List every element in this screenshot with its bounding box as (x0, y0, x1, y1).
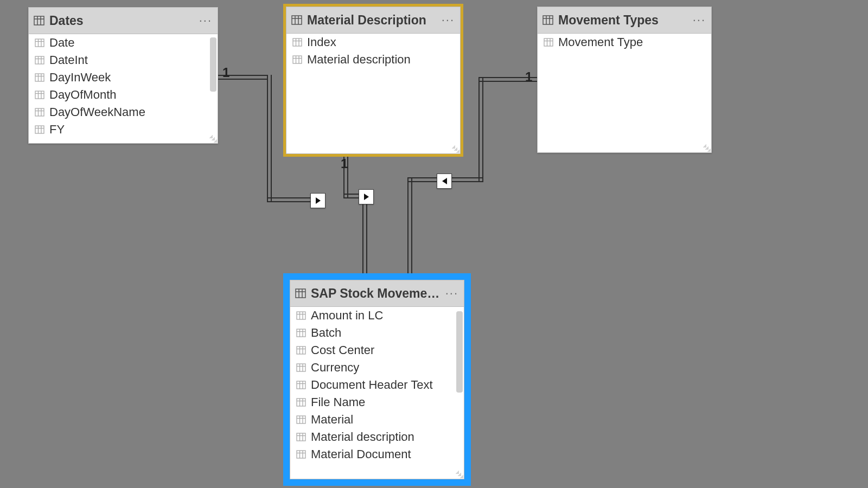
table-material-title: Material Description (307, 13, 441, 28)
column-icon (296, 363, 307, 373)
column-icon (296, 415, 307, 425)
table-sap-stock-movements[interactable]: SAP Stock Movements ··· Amount in LCBatc… (290, 280, 464, 479)
column-icon (296, 328, 307, 338)
field-name: DayInWeek (49, 70, 111, 85)
field-row[interactable]: DayOfWeekName (29, 104, 218, 121)
svg-rect-67 (297, 364, 305, 371)
rel-dates-sap-seg2[interactable] (267, 75, 268, 201)
svg-rect-23 (35, 108, 44, 116)
svg-rect-47 (544, 38, 553, 46)
field-name: Index (307, 35, 336, 49)
rel-mov-card-one: 1 (525, 69, 532, 85)
svg-rect-31 (292, 16, 302, 24)
table-material-more-icon[interactable]: ··· (441, 17, 456, 23)
scrollbar-thumb[interactable] (456, 311, 463, 393)
field-row[interactable]: Material description (290, 428, 464, 446)
svg-rect-43 (543, 16, 553, 24)
svg-marker-1 (364, 194, 369, 200)
column-icon (34, 38, 45, 48)
column-icon (34, 55, 45, 65)
field-row[interactable]: DateInt (29, 52, 218, 69)
svg-rect-39 (293, 56, 302, 63)
svg-rect-11 (35, 56, 44, 64)
svg-rect-87 (297, 451, 305, 458)
resize-grip[interactable] (452, 145, 459, 153)
field-name: Batch (311, 326, 341, 340)
field-row[interactable]: Amount in LC (290, 307, 464, 324)
column-icon (296, 380, 307, 390)
column-icon (34, 125, 45, 134)
table-icon (33, 15, 45, 26)
field-row[interactable]: FY (29, 121, 218, 138)
table-material-field-list[interactable]: IndexMaterial description (286, 34, 460, 153)
field-row[interactable]: Movement Type (538, 34, 711, 51)
field-row[interactable]: DayInWeek (29, 69, 218, 86)
svg-rect-59 (297, 329, 305, 337)
svg-rect-15 (35, 74, 44, 81)
field-row[interactable]: Material description (286, 51, 460, 68)
svg-rect-83 (297, 433, 305, 441)
rel-mov-sap-seg4[interactable] (407, 177, 409, 275)
resize-grip[interactable] (703, 144, 711, 152)
table-movement-title: Movement Types (558, 13, 692, 28)
table-dates-more-icon[interactable]: ··· (198, 18, 213, 23)
field-name: File Name (311, 395, 365, 409)
field-row[interactable]: Material (290, 411, 464, 428)
table-movement-header[interactable]: Movement Types ··· (538, 7, 711, 34)
field-name: DateInt (49, 53, 88, 67)
model-canvas[interactable]: 1 1 1 Dates ··· DateDateIntD (0, 0, 868, 488)
table-movement-types[interactable]: Movement Types ··· Movement Type (537, 7, 712, 153)
field-name: Material description (311, 430, 414, 444)
table-material-header[interactable]: Material Description ··· (286, 7, 460, 34)
table-icon (542, 15, 554, 25)
field-row[interactable]: Cost Center (290, 342, 464, 359)
column-icon (296, 432, 307, 442)
field-name: Document Header Text (311, 378, 433, 392)
table-dates-header[interactable]: Dates ··· (29, 8, 218, 34)
column-icon (292, 55, 303, 65)
rel-material-arrow[interactable] (359, 189, 374, 204)
svg-rect-27 (35, 126, 44, 133)
field-row[interactable]: Batch (290, 324, 464, 342)
column-icon (296, 450, 307, 459)
field-row[interactable]: Document Header Text (290, 376, 464, 394)
rel-dates-arrow[interactable] (310, 193, 326, 208)
field-row[interactable]: Date (29, 34, 218, 52)
table-movement-field-list[interactable]: Movement Type (538, 34, 711, 152)
field-row[interactable]: DayOfMonth (29, 86, 218, 104)
field-name: DayOfWeekName (49, 105, 145, 119)
table-material-description[interactable]: Material Description ··· IndexMaterial d… (286, 7, 461, 154)
column-icon (543, 37, 554, 47)
svg-rect-3 (34, 16, 44, 25)
field-name: FY (49, 123, 65, 137)
svg-marker-2 (442, 178, 447, 184)
rel-mov-arrow[interactable] (437, 174, 452, 189)
field-name: DayOfMonth (49, 88, 117, 102)
column-icon (296, 397, 307, 407)
field-row[interactable]: File Name (290, 394, 464, 411)
field-row[interactable]: Index (286, 34, 460, 51)
field-row[interactable]: Material Document (290, 446, 464, 463)
rel-merge-drop-left[interactable] (362, 194, 363, 275)
column-icon (296, 311, 307, 320)
field-row[interactable]: Currency (290, 359, 464, 376)
table-icon (295, 288, 307, 299)
field-name: Cost Center (311, 343, 374, 357)
resize-grip[interactable] (456, 471, 463, 478)
table-dates-title: Dates (49, 14, 198, 28)
svg-rect-71 (297, 381, 305, 389)
field-name: Material description (307, 53, 411, 67)
rel-mov-sap-seg2[interactable] (478, 77, 480, 181)
table-sap-header[interactable]: SAP Stock Movements ··· (290, 280, 464, 307)
scrollbar-thumb[interactable] (210, 37, 216, 92)
svg-marker-0 (316, 197, 321, 204)
table-dates-field-list[interactable]: DateDateIntDayInWeekDayOfMonthDayOfWeekN… (29, 34, 218, 143)
table-sap-field-list[interactable]: Amount in LCBatchCost CenterCurrencyDocu… (290, 307, 464, 479)
table-dates[interactable]: Dates ··· DateDateIntDayInWeekDayOfMonth… (28, 7, 218, 144)
table-movement-more-icon[interactable]: ··· (692, 17, 707, 23)
rel-dates-card-one: 1 (222, 65, 229, 80)
svg-rect-55 (297, 312, 305, 319)
svg-rect-79 (297, 416, 305, 423)
table-sap-more-icon[interactable]: ··· (444, 291, 459, 296)
resize-grip[interactable] (209, 135, 217, 143)
